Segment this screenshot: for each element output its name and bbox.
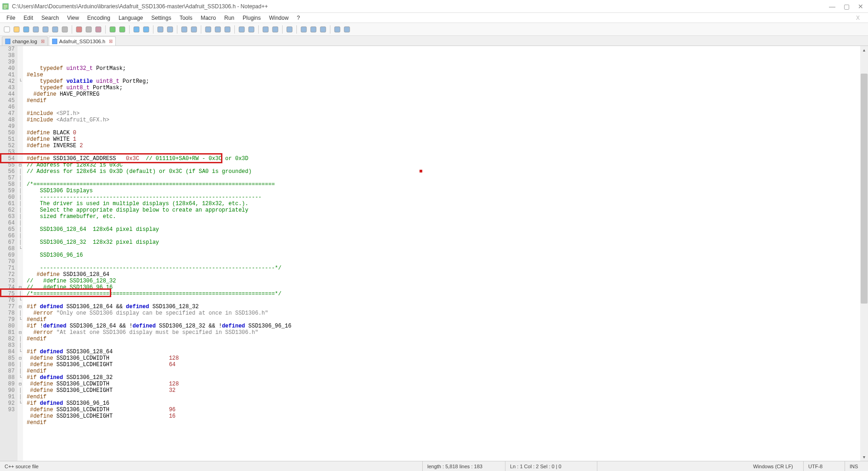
scroll-thumb[interactable]: [861, 74, 868, 304]
toolbar-stop-icon[interactable]: [309, 25, 318, 34]
code-line[interactable]: /*======================================…: [23, 291, 868, 297]
menu-window[interactable]: Window: [265, 14, 292, 22]
code-line[interactable]: #define INVERSE 2: [23, 143, 868, 149]
code-line[interactable]: typedef uint8_t PortMask;: [23, 85, 868, 91]
code-line[interactable]: #if defined SSD1306_128_32: [23, 374, 868, 381]
code-line[interactable]: [23, 258, 868, 265]
toolbar-paste-icon[interactable]: [94, 25, 102, 34]
code-line[interactable]: #endif: [23, 98, 868, 104]
code-line[interactable]: [23, 342, 868, 349]
code-line[interactable]: #include <Adafruit_GFX.h>: [23, 117, 868, 123]
menu-search[interactable]: Search: [38, 14, 62, 22]
code-line[interactable]: #else: [23, 72, 868, 78]
code-line[interactable]: #if defined SSD1306_128_64: [23, 349, 868, 355]
menu-tools[interactable]: Tools: [176, 14, 196, 22]
tab-changelog[interactable]: change.log ⊠: [2, 36, 48, 46]
toolbar-replace-icon[interactable]: [142, 25, 150, 34]
code-line[interactable]: /*======================================…: [23, 181, 868, 188]
toolbar-play-multi-icon[interactable]: [333, 25, 341, 34]
minimize-button[interactable]: —: [829, 3, 835, 10]
toolbar-sync-v-icon[interactable]: [180, 25, 188, 34]
toolbar-save-icon[interactable]: [22, 25, 30, 34]
toolbar-copy-icon[interactable]: [85, 25, 93, 34]
code-line[interactable]: typedef volatile uint8_t PortReg;: [23, 78, 868, 85]
close-button[interactable]: ✕: [858, 3, 863, 10]
code-line[interactable]: #define BLACK 0: [23, 130, 868, 136]
code-line[interactable]: #define SSD1306_LCDHEIGHT 64: [23, 362, 868, 368]
toolbar-sync-h-icon[interactable]: [190, 25, 198, 34]
menu-encoding[interactable]: Encoding: [84, 14, 114, 22]
code-line[interactable]: ----------------------------------------…: [23, 194, 868, 201]
code-line[interactable]: #define SSD1306_LCDHEIGHT 16: [23, 413, 868, 419]
code-line[interactable]: Select the appropriate display below to …: [23, 207, 868, 213]
code-line[interactable]: #define SSD1306_LCDWIDTH 128: [23, 355, 868, 362]
toolbar-save-macro-icon[interactable]: [343, 25, 351, 34]
tab-close-icon[interactable]: ⊠: [109, 39, 113, 44]
fold-column[interactable]: └⊟││││││││││││└⊟│└⊟│└⊟││└⊟││└⊟││└: [17, 46, 23, 461]
menu-help[interactable]: ?: [293, 14, 304, 22]
menu-view[interactable]: View: [63, 14, 83, 22]
toolbar-close-all-icon[interactable]: [51, 25, 59, 34]
toolbar-new-icon[interactable]: [3, 25, 11, 34]
code-line[interactable]: #endif: [23, 368, 868, 374]
menu-edit[interactable]: Edit: [20, 14, 37, 22]
menubar-close-icon[interactable]: X: [852, 14, 863, 22]
code-line[interactable]: #endif: [23, 336, 868, 342]
menu-file[interactable]: File: [3, 14, 19, 22]
code-line[interactable]: #define WHITE 1: [23, 136, 868, 143]
toolbar-close-icon[interactable]: [41, 25, 50, 34]
code-line[interactable]: #error "At least one SSD1306 display mus…: [23, 329, 868, 336]
toolbar-undo-icon[interactable]: [108, 25, 117, 34]
code-line[interactable]: #if !defined SSD1306_128_64 && !defined …: [23, 323, 868, 329]
code-line[interactable]: #endif: [23, 394, 868, 400]
toolbar-doc-map-icon[interactable]: [261, 25, 270, 34]
code-line[interactable]: #define SSD1306_LCDHEIGHT 32: [23, 387, 868, 394]
code-line[interactable]: #define SSD1306_128_64: [23, 271, 868, 278]
code-line[interactable]: SSD1306 Displays: [23, 188, 868, 194]
toolbar-redo-icon[interactable]: [118, 25, 126, 34]
code-line[interactable]: [23, 175, 868, 181]
code-line[interactable]: [23, 297, 868, 304]
code-line[interactable]: #endif: [23, 419, 868, 426]
fold-marker[interactable]: ⊟: [17, 381, 23, 387]
code-area[interactable]: typedef uint32_t PortMask;#else typedef …: [23, 46, 868, 461]
toolbar-print-icon[interactable]: [61, 25, 69, 34]
menu-run[interactable]: Run: [221, 14, 238, 22]
code-line[interactable]: ----------------------------------------…: [23, 265, 868, 271]
code-line[interactable]: SSD1306_128_64 128x64 pixel display: [23, 226, 868, 233]
toolbar-fold-icon[interactable]: [238, 25, 246, 34]
fold-marker[interactable]: ⊟: [17, 355, 23, 362]
fold-marker[interactable]: ⊟: [17, 162, 23, 168]
tab-adafruit-ssd1306[interactable]: Adafruit_SSD1306.h ⊠: [49, 36, 116, 46]
code-line[interactable]: #define HAVE_PORTREG: [23, 91, 868, 98]
toolbar-open-icon[interactable]: [12, 25, 21, 34]
code-line[interactable]: [23, 426, 868, 432]
scroll-down-arrow[interactable]: ▾: [860, 453, 868, 461]
vertical-scrollbar[interactable]: ▴ ▾: [860, 46, 868, 461]
toolbar-zoom-in-icon[interactable]: [156, 25, 165, 34]
code-line[interactable]: #error "Only one SSD1306 display can be …: [23, 310, 868, 316]
code-line[interactable]: #define SSD1306_LCDWIDTH 128: [23, 381, 868, 387]
toolbar-cut-icon[interactable]: [75, 25, 83, 34]
fold-marker[interactable]: ⊟: [17, 304, 23, 310]
editor[interactable]: 3738394041424344454647484950515253545556…: [0, 46, 868, 461]
toolbar-unfold-icon[interactable]: [247, 25, 255, 34]
tab-close-icon[interactable]: ⊠: [41, 39, 45, 44]
code-line[interactable]: [23, 149, 868, 155]
code-line[interactable]: [23, 246, 868, 252]
toolbar-wrap-icon[interactable]: [204, 25, 212, 34]
toolbar-save-all-icon[interactable]: [32, 25, 40, 34]
code-line[interactable]: #include <SPI.h>: [23, 110, 868, 117]
toolbar-find-icon[interactable]: [132, 25, 141, 34]
menu-language[interactable]: Language: [115, 14, 147, 22]
code-line[interactable]: #define SSD1306_I2C_ADDRESS 0x3C // 0111…: [23, 155, 868, 162]
maximize-button[interactable]: ▢: [844, 3, 850, 10]
toolbar-play-icon[interactable]: [319, 25, 327, 34]
code-line[interactable]: typedef uint32_t PortMask;: [23, 65, 868, 72]
code-line[interactable]: // Address for 128x64 is 0x3D (default) …: [23, 168, 868, 175]
code-line[interactable]: #if defined SSD1306_128_64 && defined SS…: [23, 304, 868, 310]
toolbar-monitor-icon[interactable]: [285, 25, 294, 34]
code-line[interactable]: SSD1306_128_32 128x32 pixel display: [23, 239, 868, 246]
code-line[interactable]: [23, 104, 868, 110]
scroll-up-arrow[interactable]: ▴: [860, 46, 868, 54]
